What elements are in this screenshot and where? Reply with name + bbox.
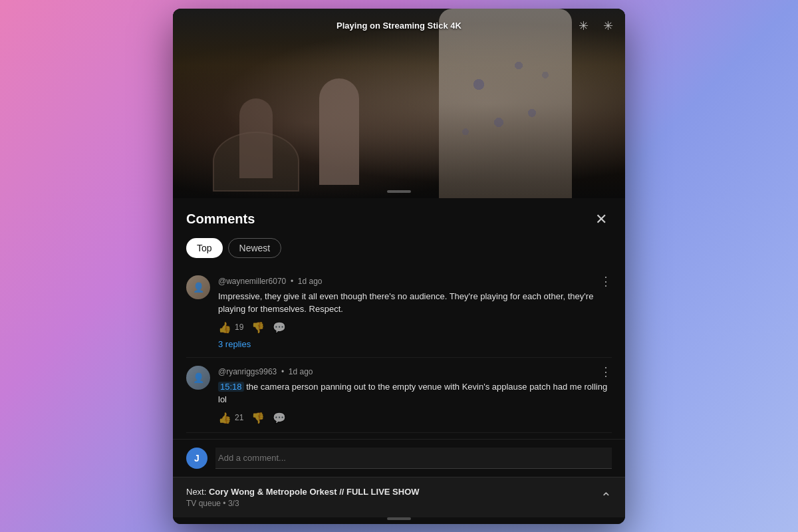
dislike-button[interactable]: 👎: [251, 412, 265, 424]
drag-handle[interactable]: [387, 190, 411, 193]
comment-more-button[interactable]: ⋮: [600, 366, 612, 378]
comment-meta: @ryanriggs9963 • 1d ago ⋮: [218, 366, 612, 378]
comment-more-button[interactable]: ⋮: [600, 275, 612, 287]
like-button[interactable]: 👍 19: [218, 321, 243, 334]
thumbs-down-icon: 👎: [251, 412, 265, 424]
replies-button[interactable]: 3 replies: [218, 339, 612, 349]
add-comment-bar: J: [173, 439, 625, 477]
sort-tabs: Top Newest: [173, 238, 625, 267]
comment-body: @waynemiller6070 • 1d ago ⋮ Impressive, …: [218, 275, 612, 349]
comment-actions: 👍 21 👎 💬: [218, 412, 612, 424]
user-avatar: J: [186, 448, 207, 469]
sort-tab-top[interactable]: Top: [186, 238, 223, 258]
thumbs-down-icon: 👎: [251, 321, 265, 334]
chevron-up-icon[interactable]: ⌃: [600, 489, 612, 505]
player-container: Playing on Streaming Stick 4K ✳ ✳ Commen…: [173, 9, 625, 524]
stage-figure-center: [319, 78, 359, 185]
comment-input[interactable]: [215, 448, 612, 469]
stage-figure-left: [239, 98, 273, 178]
comment-item: 👤 @waynemiller6070 • 1d ago ⋮ Impressive…: [186, 267, 612, 358]
thumbs-up-icon: 👍: [218, 321, 231, 334]
avatar-image: 👤: [186, 366, 210, 390]
comments-header: Comments ✕: [173, 198, 625, 238]
avatar: 👤: [186, 275, 210, 299]
comments-title: Comments: [186, 211, 255, 227]
reply-icon-button[interactable]: 💬: [273, 412, 286, 424]
comment-author: @waynemiller6070 • 1d ago: [218, 277, 322, 286]
comment-item: 👤 @ryanriggs9963 • 1d ago ⋮ 15:18 the ca…: [186, 358, 612, 433]
next-label: Next: Cory Wong & Metropole Orkest // FU…: [186, 487, 420, 497]
timestamp-link[interactable]: 15:18: [218, 382, 244, 392]
reply-icon-button[interactable]: 💬: [273, 321, 286, 334]
comment-text: Impressive, they give it all even though…: [218, 290, 612, 316]
thumbs-up-icon: 👍: [218, 412, 231, 424]
comment-meta: @waynemiller6070 • 1d ago ⋮: [218, 275, 612, 287]
avatar-image: 👤: [186, 275, 210, 299]
video-area[interactable]: Playing on Streaming Stick 4K ✳ ✳: [173, 9, 625, 198]
bottom-handle: [387, 517, 411, 520]
next-video-info: Next: Cory Wong & Metropole Orkest // FU…: [186, 487, 420, 508]
reply-icon: 💬: [273, 321, 286, 334]
cast-icon-right[interactable]: ✳: [603, 19, 613, 33]
dislike-button[interactable]: 👎: [251, 321, 265, 334]
comments-list: 👤 @waynemiller6070 • 1d ago ⋮ Impressive…: [173, 267, 625, 439]
sort-tab-newest[interactable]: Newest: [228, 238, 282, 258]
close-button[interactable]: ✕: [591, 209, 612, 230]
cast-icon-left[interactable]: ✳: [579, 19, 589, 33]
stage-figure-right: [439, 9, 572, 198]
comment-text: 15:18 the camera person panning out to t…: [218, 380, 612, 406]
comments-section: Comments ✕ Top Newest 👤 @waynemiller6070…: [173, 198, 625, 524]
next-queue-info: TV queue • 3/3: [186, 499, 420, 508]
playing-on-label: Playing on Streaming Stick 4K: [336, 21, 462, 31]
comment-body: @ryanriggs9963 • 1d ago ⋮ 15:18 the came…: [218, 366, 612, 424]
next-video-bar[interactable]: Next: Cory Wong & Metropole Orkest // FU…: [173, 477, 625, 517]
comment-actions: 👍 19 👎 💬: [218, 321, 612, 334]
reply-icon: 💬: [273, 412, 286, 424]
like-button[interactable]: 👍 21: [218, 412, 243, 424]
comment-author: @ryanriggs9963 • 1d ago: [218, 367, 313, 376]
avatar: 👤: [186, 366, 210, 390]
video-background: [173, 9, 625, 198]
